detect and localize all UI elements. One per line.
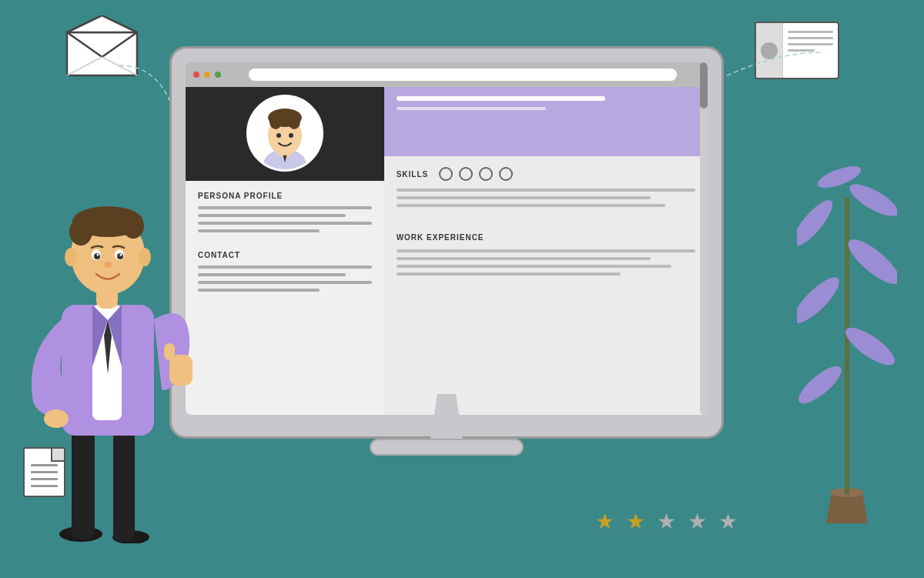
resume-left-column: PERSONA PROFILE CONTACT <box>186 87 384 415</box>
skill-circle-2 <box>459 167 473 181</box>
resume-card-text-lines <box>783 23 838 78</box>
browser-toolbar <box>186 62 708 87</box>
persona-profile-heading: PERSONA PROFILE <box>198 192 372 200</box>
svg-point-13 <box>845 179 897 222</box>
skill-circle-3 <box>479 167 493 181</box>
envelope-icon <box>65 15 135 69</box>
skills-section: SKILLS <box>397 167 695 181</box>
work-line-2 <box>397 257 651 260</box>
svg-rect-27 <box>72 428 95 540</box>
svg-point-8 <box>797 360 847 409</box>
resume-right-body: SKILLS WORK EXPERIENCE <box>384 156 708 415</box>
resume-right-column: SKILLS WORK EXPERIENCE <box>384 87 708 415</box>
work-line-1 <box>397 249 695 252</box>
svg-point-36 <box>44 409 69 428</box>
url-bar[interactable] <box>249 68 677 81</box>
contact-line-1 <box>198 266 372 269</box>
svg-rect-38 <box>164 343 175 360</box>
svg-point-45 <box>65 248 77 266</box>
star-3: ★ <box>657 511 681 536</box>
star-1: ★ <box>595 511 620 536</box>
svg-point-22 <box>288 114 300 129</box>
skills-heading: SKILLS <box>397 170 429 179</box>
monitor-screen-bezel: PERSONA PROFILE CONTACT <box>186 62 708 415</box>
svg-point-52 <box>120 254 122 256</box>
svg-point-11 <box>842 232 897 290</box>
screen-content: PERSONA PROFILE CONTACT <box>186 62 708 415</box>
minimize-dot <box>204 72 210 78</box>
resume-document: PERSONA PROFILE CONTACT <box>186 87 708 415</box>
resume-card-photo-circle <box>761 42 778 59</box>
avatar-circle <box>246 95 323 172</box>
svg-point-46 <box>139 248 151 266</box>
skills-line-1 <box>397 189 695 192</box>
contact-line-2 <box>198 273 346 276</box>
profile-line-3 <box>198 222 372 225</box>
work-experience-heading: WORK EXPERIENCE <box>397 233 695 242</box>
scrollbar-thumb[interactable] <box>700 87 708 109</box>
resume-left-content: PERSONA PROFILE CONTACT <box>186 181 384 415</box>
resume-card-icon <box>755 22 839 79</box>
svg-point-55 <box>122 264 135 276</box>
star-5: ★ <box>718 511 743 536</box>
skills-line-2 <box>397 196 651 199</box>
svg-rect-37 <box>169 355 192 386</box>
close-dot <box>193 72 199 78</box>
skills-line-3 <box>397 204 666 207</box>
star-2: ★ <box>626 511 651 536</box>
profile-line-1 <box>198 206 372 209</box>
scrollbar[interactable] <box>700 87 708 415</box>
work-line-3 <box>397 265 671 268</box>
svg-marker-4 <box>67 15 137 32</box>
star-4: ★ <box>688 511 712 536</box>
contact-line-3 <box>198 281 372 284</box>
svg-point-44 <box>83 207 132 226</box>
svg-point-54 <box>81 264 93 276</box>
svg-point-21 <box>270 114 282 129</box>
svg-point-53 <box>104 262 112 268</box>
profile-line-4 <box>198 229 320 232</box>
work-line-4 <box>397 272 621 276</box>
svg-rect-28 <box>113 428 135 542</box>
name-line <box>397 96 606 101</box>
svg-point-23 <box>276 133 281 138</box>
maximize-dot <box>215 72 221 78</box>
contact-line-4 <box>198 289 320 292</box>
svg-point-24 <box>289 133 293 138</box>
contact-heading: CONTACT <box>198 251 372 259</box>
person-illustration <box>19 135 196 543</box>
monitor-body: PERSONA PROFILE CONTACT <box>169 46 724 439</box>
profile-line-2 <box>198 214 346 217</box>
svg-point-12 <box>797 195 839 252</box>
svg-point-10 <box>797 272 845 329</box>
skill-circle-1 <box>439 167 453 181</box>
skill-circle-4 <box>499 167 513 181</box>
resume-card-photo <box>756 23 783 78</box>
resume-right-header <box>384 87 708 156</box>
monitor: PERSONA PROFILE CONTACT <box>169 46 724 493</box>
rating-stars: ★ ★ ★ ★ ★ <box>595 511 743 536</box>
subtitle-line <box>397 107 546 110</box>
svg-point-51 <box>97 254 99 256</box>
monitor-base <box>370 439 524 456</box>
plant-decoration <box>797 77 897 523</box>
